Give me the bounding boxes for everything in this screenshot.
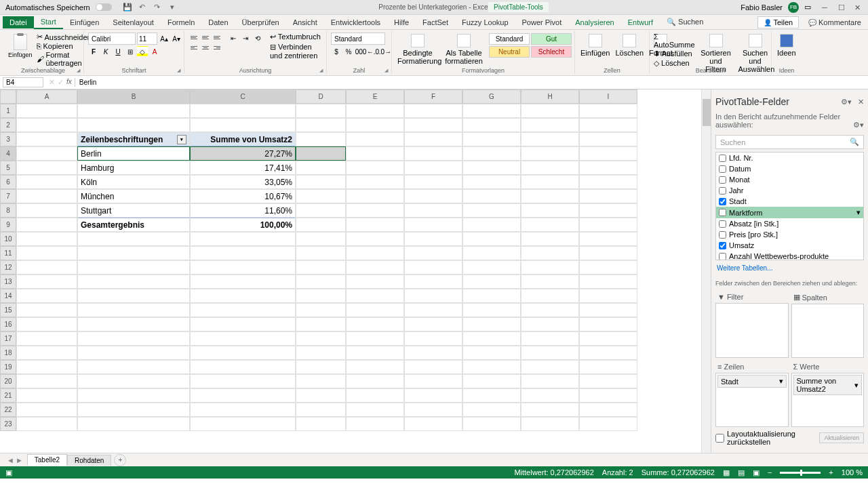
cell-G3[interactable] (462, 132, 521, 146)
cell-I17[interactable] (579, 331, 637, 346)
cell-A23[interactable] (16, 417, 77, 431)
cell-E8[interactable] (346, 203, 404, 218)
align-dialog-launcher[interactable]: ◢ (319, 68, 325, 73)
col-header-H[interactable]: H (521, 89, 579, 104)
row-header-5[interactable]: 5 (0, 161, 16, 175)
cell-I7[interactable] (579, 189, 637, 203)
cell-F11[interactable] (404, 246, 462, 260)
col-header-A[interactable]: A (16, 89, 77, 104)
cell-G7[interactable] (462, 189, 521, 203)
cell-I12[interactable] (579, 260, 637, 274)
field-item-0[interactable]: Lfd. Nr. (716, 152, 863, 163)
cell-A19[interactable] (16, 360, 77, 374)
field-checkbox[interactable] (719, 253, 726, 260)
worksheet-area[interactable]: ABCDEFGHI123Zeilenbeschriftungen▾Summe v… (0, 89, 711, 453)
col-header-I[interactable]: I (579, 89, 637, 104)
toggle-switch[interactable] (96, 3, 112, 11)
cell-H10[interactable] (521, 232, 579, 246)
cell-B7[interactable]: München (77, 189, 190, 203)
delete-cells-button[interactable]: Löschen (614, 33, 645, 58)
cell-D14[interactable] (296, 289, 346, 303)
fill-button[interactable]: ⬇ Ausfüllen (654, 49, 695, 58)
cell-G5[interactable] (462, 161, 521, 175)
cell-A14[interactable] (16, 289, 77, 303)
comma-icon[interactable]: 000 (355, 46, 366, 57)
cell-H18[interactable] (521, 346, 579, 360)
cell-B3[interactable]: Zeilenbeschriftungen▾ (77, 132, 190, 146)
cell-C10[interactable] (190, 232, 296, 246)
vertical-scrollbar[interactable] (701, 89, 711, 453)
record-macro-icon[interactable]: ▣ (5, 468, 12, 477)
row-header-16[interactable]: 16 (0, 317, 16, 331)
cell-A6[interactable] (16, 175, 77, 189)
conditional-format-button[interactable]: Bedingte Formatierung (396, 33, 439, 66)
scrollbar-thumb[interactable] (703, 99, 711, 126)
cell-E3[interactable] (346, 132, 404, 146)
cell-E4[interactable] (346, 146, 404, 161)
cell-E5[interactable] (346, 161, 404, 175)
format-as-table-button[interactable]: Als Tabelle formatieren (442, 33, 486, 66)
name-box[interactable] (3, 77, 43, 87)
merge-button[interactable]: ⊟ Verbinden und zentrieren (270, 43, 322, 60)
cell-A1[interactable] (16, 104, 77, 118)
cell-I14[interactable] (579, 289, 637, 303)
cell-B10[interactable] (77, 232, 190, 246)
cell-G22[interactable] (462, 403, 521, 417)
cell-C15[interactable] (190, 303, 296, 317)
zoom-out-icon[interactable]: − (768, 468, 772, 476)
cell-D19[interactable] (296, 360, 346, 374)
cell-A11[interactable] (16, 246, 77, 260)
cell-D4[interactable] (296, 146, 346, 161)
cell-D8[interactable] (296, 203, 346, 218)
cell-C5[interactable]: 17,41% (190, 161, 296, 175)
cell-G21[interactable] (462, 388, 521, 403)
increase-font-icon[interactable]: A▴ (159, 33, 170, 44)
cell-H1[interactable] (521, 104, 579, 118)
cell-D11[interactable] (296, 246, 346, 260)
cell-C18[interactable] (190, 346, 296, 360)
cell-H23[interactable] (521, 417, 579, 431)
field-item-3[interactable]: Jahr (716, 185, 863, 196)
tab-developer[interactable]: Entwicklertools (324, 16, 387, 28)
autosave-toggle[interactable]: Automatisches Speichern (5, 3, 115, 12)
format-painter-button[interactable]: 🖌 Format übertragen (37, 51, 92, 67)
cell-C13[interactable] (190, 274, 296, 289)
cell-C19[interactable] (190, 360, 296, 374)
zoom-percent[interactable]: 100 % (842, 468, 863, 476)
cell-H6[interactable] (521, 175, 579, 189)
cell-H4[interactable] (521, 146, 579, 161)
ribbon-options-icon[interactable]: ▭ (804, 3, 811, 12)
field-item-6[interactable]: Absatz [in Stk.] (716, 218, 863, 229)
cell-C4[interactable]: 27,27% (190, 146, 296, 161)
pane-options-icon[interactable]: ⚙▾ (841, 98, 852, 106)
cell-F2[interactable] (404, 118, 462, 132)
fill-color-button[interactable]: ◇ (137, 46, 148, 57)
cell-F14[interactable] (404, 289, 462, 303)
style-gut[interactable]: Gut (531, 33, 572, 45)
cell-C11[interactable] (190, 246, 296, 260)
font-size-select[interactable] (137, 33, 157, 45)
row-header-1[interactable]: 1 (0, 104, 16, 118)
cell-I13[interactable] (579, 274, 637, 289)
field-search-input[interactable]: Suchen 🔍 (715, 135, 864, 149)
row-header-19[interactable]: 19 (0, 360, 16, 374)
add-sheet-button[interactable]: + (114, 454, 126, 466)
field-checkbox[interactable] (719, 155, 726, 162)
tab-review[interactable]: Überprüfen (235, 16, 286, 28)
cell-H3[interactable] (521, 132, 579, 146)
tab-view[interactable]: Ansicht (286, 16, 324, 28)
enter-formula-icon[interactable]: ✓ (58, 78, 64, 87)
cell-C12[interactable] (190, 260, 296, 274)
paste-button[interactable]: Einfügen (7, 33, 34, 60)
tab-help[interactable]: Hilfe (387, 16, 416, 28)
cell-B2[interactable] (77, 118, 190, 132)
style-schlecht[interactable]: Schlecht (531, 46, 572, 58)
cell-F6[interactable] (404, 175, 462, 189)
sheet-nav-prev-icon[interactable]: ◄ (7, 456, 14, 464)
tab-start[interactable]: Start (34, 16, 63, 29)
cell-C8[interactable]: 11,60% (190, 203, 296, 218)
cell-B18[interactable] (77, 346, 190, 360)
font-family-select[interactable] (88, 33, 136, 45)
cell-A22[interactable] (16, 403, 77, 417)
row-header-4[interactable]: 4 (0, 146, 16, 161)
